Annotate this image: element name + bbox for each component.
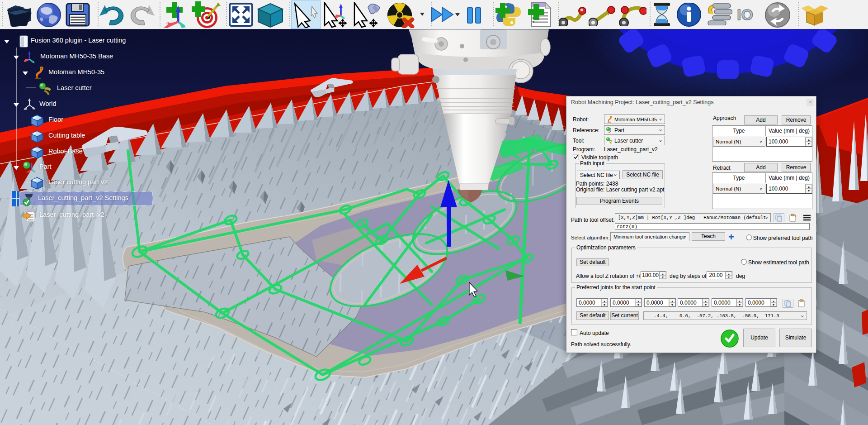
svg-text:IO: IO (737, 7, 753, 23)
